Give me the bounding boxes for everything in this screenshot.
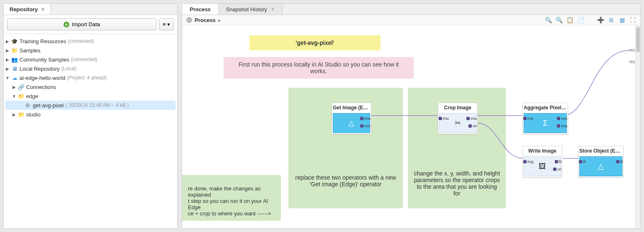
chevron-right-icon: ▶ <box>12 112 16 117</box>
repository-menu-button[interactable]: ≡ ▾ <box>159 18 174 30</box>
tree-status: (connected) <box>71 57 97 62</box>
tab-label: Repository <box>10 6 38 12</box>
tree-label: edge <box>26 93 38 99</box>
tree-status: (Local) <box>61 66 77 72</box>
tree-label: Community Samples <box>20 57 69 63</box>
tree-item-edge[interactable]: ▼ 📁 edge <box>5 91 176 101</box>
tree-label: Connections <box>26 84 56 90</box>
tree-item-studio[interactable]: ▶ 📁 studio <box>5 110 176 119</box>
operator-title: Crop Image <box>438 103 477 112</box>
chevron-right-icon: ▶ <box>5 39 10 44</box>
port-exa-out[interactable]: exa <box>557 116 567 121</box>
people-icon: 👥 <box>11 56 18 63</box>
repository-toolbar: + Import Data ≡ ▾ <box>4 15 177 34</box>
tree-label: Samples <box>20 47 41 54</box>
folder-icon: 📁 <box>11 47 18 54</box>
port-ima-in[interactable]: ima <box>439 116 449 121</box>
tree-item-local[interactable]: ▶ 🖥 Local Repository (Local) <box>5 64 176 73</box>
note-left-cut[interactable]: re done, make the changes as explained t… <box>182 175 281 221</box>
tree-item-connections[interactable]: ▶ 🔗 Connections <box>5 82 176 91</box>
tab-process[interactable]: Process <box>182 4 219 15</box>
process-canvas[interactable]: 'get-avg-pixel' First run this process l… <box>182 25 640 228</box>
note-text: First run this process locally in AI Stu… <box>239 61 399 74</box>
chevron-right-icon: ▶ <box>12 85 16 89</box>
tree-label: Training Resources <box>20 38 66 44</box>
process-icon: ⚙ <box>24 102 31 109</box>
sigma-icon: Σ <box>543 119 547 128</box>
scrollbar-thumb[interactable] <box>636 27 640 52</box>
chevron-right-icon: ▶ <box>5 67 10 71</box>
operator-get-image[interactable]: Get Image (Edge) △ ima met <box>332 103 371 134</box>
operator-store-object[interactable]: Store Object (Edge) △ fil fil <box>578 146 624 178</box>
tab-snapshot-history[interactable]: Snapshot History × <box>219 4 283 15</box>
zoom-in-icon[interactable]: 🔍 <box>545 17 551 23</box>
tree-item-project[interactable]: ▼ ☁ ai-edge-hello-world (Project: 4 ahea… <box>5 73 176 82</box>
note-text: replace these two operators with a new '… <box>295 174 396 188</box>
paste-icon[interactable]: 📄 <box>577 17 584 23</box>
tree-label: ai-edge-hello-world <box>20 75 66 81</box>
picture-icon: 🖼 <box>539 162 546 171</box>
note-instruction[interactable]: First run this process locally in AI Stu… <box>224 57 414 79</box>
operator-write-image[interactable]: Write Image 🖼 img fil ori <box>522 146 562 178</box>
repository-tab[interactable]: Repository × <box>4 4 51 15</box>
add-note-icon[interactable]: ➕ <box>597 17 604 23</box>
operator-crop-image[interactable]: Crop Image ✂ ima ima ori <box>438 103 478 134</box>
repository-panel: Repository × + Import Data ≡ ▾ ▶ 🎓 Train… <box>3 3 178 229</box>
tree-item-community[interactable]: ▶ 👥 Community Samples (connected) <box>5 55 176 64</box>
chevron-right-icon: ▸ <box>218 17 221 23</box>
close-icon[interactable]: × <box>271 6 275 12</box>
breadcrumb[interactable]: Process ▸ <box>186 17 221 23</box>
fullscreen-icon[interactable]: ⛶ <box>629 17 636 23</box>
port-fil-out[interactable]: fil <box>555 159 562 164</box>
tree-item-samples[interactable]: ▶ 📁 Samples <box>5 46 176 55</box>
cloud-icon: ☁ <box>11 74 18 81</box>
port-img-in[interactable]: img <box>523 159 534 164</box>
chevron-right-icon: ▶ <box>5 48 10 53</box>
chevron-right-icon: ▶ <box>5 57 10 62</box>
port-met-out[interactable]: met <box>360 123 371 128</box>
repository-tree: ▶ 🎓 Training Resources (connected) ▶ 📁 S… <box>4 34 177 228</box>
tree-status: (connected) <box>68 38 94 44</box>
port-ima-out[interactable]: ima <box>466 116 477 121</box>
tab-label: Process <box>190 6 211 12</box>
port-ima-out[interactable]: ima <box>557 123 567 128</box>
copy-icon[interactable]: 📋 <box>566 17 573 23</box>
vertical-scrollbar[interactable] <box>635 25 640 228</box>
port-ori-out[interactable]: ori <box>553 167 561 172</box>
repository-tabs: Repository × <box>4 4 177 15</box>
note-text: change the x, y, width, and height param… <box>414 170 500 197</box>
zoom-out-icon[interactable]: 🔍 <box>556 17 562 23</box>
process-panel: Process Snapshot History × Process ▸ 🔍 🔍… <box>182 3 641 229</box>
breadcrumb-label: Process <box>195 17 216 23</box>
note-text: 'get-avg-pixel' <box>295 39 334 46</box>
operator-title: Get Image (Edge) <box>332 103 371 112</box>
operator-title: Store Object (Edge) <box>578 146 623 155</box>
folder-icon: 📁 <box>18 111 24 118</box>
tree-label: studio <box>26 111 41 118</box>
chevron-down-icon: ▼ <box>5 76 10 80</box>
folder-icon: 📁 <box>18 93 24 99</box>
note-title[interactable]: 'get-avg-pixel' <box>249 35 381 50</box>
tree-status: (Project: 4 ahead) <box>67 75 107 81</box>
triangle-icon: △ <box>598 162 604 171</box>
image-icon: △ <box>349 118 354 128</box>
port-fil-in[interactable]: fil <box>579 159 586 164</box>
operator-title: Write Image <box>523 146 562 155</box>
port-fil-out[interactable]: fil <box>616 159 623 164</box>
process-toolbar: 🔍 🔍 📋 📄 ➕ ⊞ ▦ ⛶ <box>545 17 636 23</box>
operator-aggregate-pixels[interactable]: Aggregate Pixels (B... Σ ima exa ima <box>522 103 568 134</box>
tree-label: get-avg-pixel <box>33 102 63 109</box>
port-ima-in[interactable]: ima <box>523 116 534 121</box>
breadcrumb-bar: Process ▸ 🔍 🔍 📋 📄 ➕ ⊞ ▦ ⛶ <box>182 15 640 25</box>
tab-label: Snapshot History <box>226 6 267 12</box>
arrange-icon[interactable]: ⊞ <box>608 17 615 23</box>
import-data-button[interactable]: + Import Data <box>7 18 156 30</box>
monitor-icon: 🖥 <box>11 65 18 72</box>
port-ori-out[interactable]: ori <box>468 123 477 128</box>
close-icon[interactable]: × <box>41 6 44 12</box>
tree-item-get-avg-pixel[interactable]: ⚙ get-avg-pixel ( 10/29/24 10:48 AM – 4 … <box>5 101 176 110</box>
port-ima-out[interactable]: ima <box>360 116 371 121</box>
scissors-icon: ✂ <box>455 118 461 128</box>
building-blocks-icon[interactable]: ▦ <box>619 17 625 23</box>
tree-item-training[interactable]: ▶ 🎓 Training Resources (connected) <box>5 37 176 46</box>
